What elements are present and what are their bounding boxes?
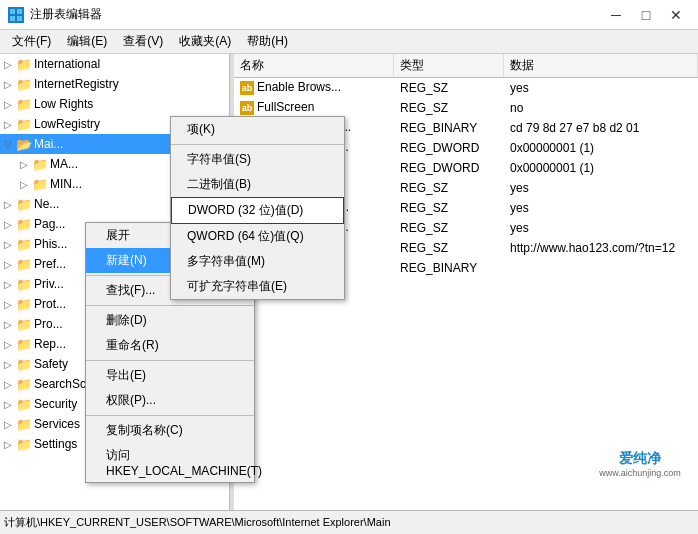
cell-data [504,267,698,269]
ctx-find-label: 查找(F)... [106,282,155,299]
tree-label: Pag... [34,217,65,231]
watermark-url: www.aichunjing.com [599,468,681,478]
tree-label: Mai... [34,137,63,151]
cell-data: http://www.hao123.com/?tn=12 [504,240,698,256]
tree-label: LowRegistry [34,117,100,131]
menu-bar: 文件(F) 编辑(E) 查看(V) 收藏夹(A) 帮助(H) [0,30,698,54]
sub-key-label: 项(K) [187,122,215,136]
tree-label: International [34,57,100,71]
folder-icon: 📁 [16,297,32,312]
cell-type: REG_DWORD [394,160,504,176]
folder-icon: 📁 [16,357,32,372]
tree-label: Phis... [34,237,67,251]
folder-icon: 📁 [16,217,32,232]
col-header-type[interactable]: 类型 [394,54,504,77]
tree-label: Safety [34,357,68,371]
ctx-export-label: 导出(E) [106,367,146,384]
sub-binary[interactable]: 二进制值(B) [171,172,344,197]
folder-icon: 📁 [16,377,32,392]
ctx-permissions[interactable]: 权限(P)... [86,388,254,413]
expand-icon: ▷ [0,379,16,390]
app-icon [8,7,24,23]
main-area: ▷ 📁 International ▷ 📁 InternetRegistry ▷… [0,54,698,510]
cell-name-text: Enable Brows... [257,80,341,94]
cell-type: REG_BINARY [394,260,504,276]
expand-icon: ▷ [0,99,16,110]
expand-icon: ▽ [0,139,16,150]
sub-multistring[interactable]: 多字符串值(M) [171,249,344,274]
cell-type: REG_DWORD [394,140,504,156]
sub-string-label: 字符串值(S) [187,152,251,166]
tree-item-international[interactable]: ▷ 📁 International [0,54,229,74]
expand-icon: ▷ [0,319,16,330]
cell-type: REG_SZ [394,80,504,96]
expand-icon: ▷ [0,259,16,270]
watermark: 爱纯净 www.aichunjing.com [590,446,690,482]
cell-type: REG_SZ [394,100,504,116]
tree-label: MA... [50,157,78,171]
tree-label: Priv... [34,277,64,291]
status-text: 计算机\HKEY_CURRENT_USER\SOFTWARE\Microsoft… [4,515,391,530]
expand-icon: ▷ [0,399,16,410]
sub-expandstring[interactable]: 可扩充字符串值(E) [171,274,344,299]
cell-type: REG_BINARY [394,120,504,136]
sub-separator-1 [171,144,344,145]
folder-open-icon: 📂 [16,137,32,152]
folder-icon: 📁 [16,197,32,212]
expand-icon: ▷ [16,179,32,190]
menu-view[interactable]: 查看(V) [115,31,171,52]
close-button[interactable]: ✕ [662,5,690,25]
title-bar: 注册表编辑器 ─ □ ✕ [0,0,698,30]
reg-icon: ab [240,81,254,95]
expand-icon: ▷ [0,339,16,350]
expand-icon: ▷ [0,219,16,230]
menu-file[interactable]: 文件(F) [4,31,59,52]
expand-icon: ▷ [0,119,16,130]
cell-data: yes [504,80,698,96]
col-header-data[interactable]: 数据 [504,54,698,77]
tree-label: Services [34,417,80,431]
ctx-rename-label: 重命名(R) [106,337,159,354]
svg-rect-3 [17,16,22,21]
expand-icon: ▷ [0,199,16,210]
minimize-button[interactable]: ─ [602,5,630,25]
folder-icon: 📁 [16,257,32,272]
ctx-copy-name[interactable]: 复制项名称(C) [86,418,254,443]
table-row[interactable]: abEnable Brows...REG_SZyes [234,78,698,98]
expand-icon: ▷ [0,239,16,250]
sub-qword-label: QWORD (64 位)值(Q) [187,229,304,243]
sub-string[interactable]: 字符串值(S) [171,147,344,172]
folder-icon: 📁 [16,337,32,352]
cell-data: 0x00000001 (1) [504,160,698,176]
cell-type: REG_SZ [394,180,504,196]
col-header-name[interactable]: 名称 [234,54,394,77]
folder-icon: 📁 [16,237,32,252]
sub-qword[interactable]: QWORD (64 位)值(Q) [171,224,344,249]
table-header: 名称 类型 数据 [234,54,698,78]
ctx-visit[interactable]: 访问 HKEY_LOCAL_MACHINE(T) [86,443,254,482]
menu-help[interactable]: 帮助(H) [239,31,296,52]
tree-item-internetregistry[interactable]: ▷ 📁 InternetRegistry [0,74,229,94]
ctx-rename[interactable]: 重命名(R) [86,333,254,358]
cell-data: yes [504,200,698,216]
menu-edit[interactable]: 编辑(E) [59,31,115,52]
cell-type: REG_SZ [394,200,504,216]
ctx-visit-label: 访问 HKEY_LOCAL_MACHINE(T) [106,447,262,478]
menu-favorites[interactable]: 收藏夹(A) [171,31,239,52]
tree-label: Low Rights [34,97,93,111]
sub-key[interactable]: 项(K) [171,117,344,142]
cell-name-text: FullScreen [257,100,314,114]
expand-icon: ▷ [0,299,16,310]
folder-icon: 📁 [16,97,32,112]
cell-type: REG_SZ [394,220,504,236]
sub-dword[interactable]: DWORD (32 位)值(D) [171,197,344,224]
cell-data: yes [504,180,698,196]
tree-item-lowrights[interactable]: ▷ 📁 Low Rights [0,94,229,114]
ctx-delete[interactable]: 删除(D) [86,308,254,333]
ctx-export[interactable]: 导出(E) [86,363,254,388]
maximize-button[interactable]: □ [632,5,660,25]
svg-rect-0 [10,9,15,14]
tree-label: Pro... [34,317,63,331]
table-row[interactable]: abFullScreenREG_SZno [234,98,698,118]
cell-name: abEnable Brows... [234,79,394,96]
